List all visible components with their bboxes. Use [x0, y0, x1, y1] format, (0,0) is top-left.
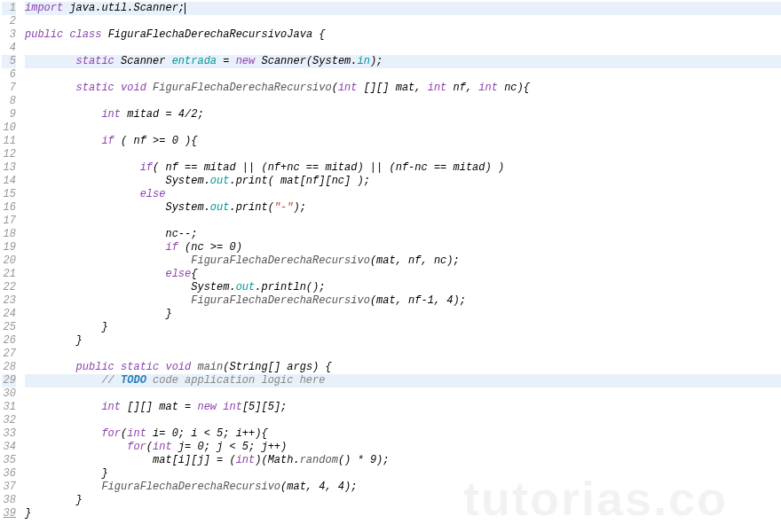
code-line[interactable]: System.out.println(); [25, 281, 781, 294]
line-number: 16 [2, 201, 16, 215]
code-line[interactable] [25, 148, 781, 161]
line-number: 8 [2, 95, 16, 108]
code-line[interactable]: nc--; [25, 228, 781, 241]
line-number-gutter: 1234567891011121314151617181920212223242… [0, 0, 21, 522]
code-token: { [191, 268, 197, 280]
code-token [25, 427, 101, 440]
code-token: .print( [229, 201, 273, 214]
code-token: } [25, 334, 83, 347]
code-line[interactable]: System.out.print( mat[nf][nc] ); [25, 175, 781, 188]
line-number: 11 [2, 135, 16, 148]
code-line[interactable]: static Scanner entrada = new Scanner(Sys… [25, 55, 781, 68]
code-token: ( nf == mitad || (nf+nc == mitad) || (nf… [153, 161, 504, 174]
code-token: () * 9); [338, 454, 390, 466]
code-line[interactable]: if( nf == mitad || (nf+nc == mitad) || (… [25, 161, 781, 175]
code-token [25, 254, 191, 267]
line-number: 20 [2, 254, 16, 268]
code-token: ); [293, 201, 305, 214]
code-line[interactable]: } [25, 321, 781, 334]
code-line[interactable]: if ( nf >= 0 ){ [25, 135, 781, 148]
line-number: 36 [2, 467, 16, 481]
code-token: "-" [274, 201, 294, 214]
code-token: in [358, 55, 370, 67]
code-token: (mat, 4, 4); [280, 481, 357, 493]
code-token: main [197, 361, 223, 373]
line-number: 28 [2, 361, 16, 374]
code-token [25, 161, 140, 174]
code-line[interactable]: for(int j= 0; j < 5; j++) [25, 441, 781, 454]
code-token: System. [25, 281, 236, 293]
code-line[interactable]: static void FiguraFlechaDerechaRecursivo… [25, 82, 781, 95]
code-line[interactable]: } [25, 467, 781, 481]
code-token: ( [332, 82, 338, 94]
code-line[interactable]: else [25, 188, 781, 201]
code-line[interactable]: int mitad = 4/2; [25, 108, 781, 121]
code-token: ( [146, 441, 153, 453]
code-token: FiguraFlechaDerechaRecursivo [191, 254, 370, 267]
code-line[interactable] [25, 348, 781, 361]
code-token: [5][5]; [242, 401, 287, 413]
code-line[interactable] [25, 215, 781, 228]
code-token: [][] mat, [358, 82, 428, 94]
code-token: } [25, 494, 83, 506]
code-token: [][] mat = [121, 401, 197, 413]
code-line[interactable]: FiguraFlechaDerechaRecursivo(mat, 4, 4); [25, 481, 781, 494]
code-line[interactable] [25, 95, 781, 108]
code-line[interactable]: if (nc >= 0) [25, 241, 781, 254]
code-token: (String[] args) { [223, 361, 331, 373]
code-line[interactable]: public class FiguraFlechaDerechaRecursiv… [25, 28, 781, 42]
code-token: for [101, 427, 121, 440]
code-line[interactable]: } [25, 308, 781, 321]
line-number: 18 [2, 228, 16, 241]
code-token: code application logic here [146, 374, 326, 387]
code-line[interactable] [25, 68, 781, 82]
code-token [114, 361, 121, 373]
code-token: } [25, 321, 108, 333]
code-line[interactable]: FiguraFlechaDerechaRecursivo(mat, nf-1, … [25, 294, 781, 308]
code-token: Scanner(System. [255, 55, 357, 67]
code-token: if [101, 135, 114, 147]
line-number: 35 [2, 454, 16, 467]
code-line[interactable] [25, 387, 781, 401]
line-number: 22 [2, 281, 16, 294]
code-token: int [428, 82, 447, 94]
code-line[interactable] [25, 15, 781, 28]
code-line[interactable]: mat[i][j] = (int)(Math.random() * 9); [25, 454, 781, 467]
line-number: 1 [2, 2, 16, 15]
code-line[interactable]: int [][] mat = new int[5][5]; [25, 401, 781, 414]
code-line[interactable]: // TODO code application logic here [25, 374, 781, 387]
line-number: 12 [2, 148, 16, 161]
code-editor[interactable]: 1234567891011121314151617181920212223242… [0, 0, 781, 522]
code-line[interactable]: import java.util.Scanner; [25, 2, 781, 15]
code-token: out [236, 281, 256, 293]
line-number: 19 [2, 241, 16, 254]
code-line[interactable] [25, 414, 781, 427]
code-line[interactable]: System.out.print("-"); [25, 201, 781, 215]
code-token: nc--; [25, 228, 197, 240]
code-token: int [338, 82, 358, 94]
code-line[interactable]: public static void main(String[] args) { [25, 361, 781, 374]
line-number: 26 [2, 334, 16, 348]
code-token: System. [25, 201, 210, 214]
code-token: j= 0; j < 5; j++) [172, 441, 288, 453]
code-token: } [25, 308, 172, 320]
code-line[interactable] [25, 42, 781, 55]
code-token: ( nf >= 0 ){ [114, 135, 198, 147]
line-number: 29 [2, 374, 16, 387]
code-line[interactable] [25, 121, 781, 135]
code-line[interactable]: FiguraFlechaDerechaRecursivo(mat, nf, nc… [25, 254, 781, 268]
line-number: 27 [2, 348, 16, 361]
code-token: static [121, 361, 159, 373]
code-token: new [236, 55, 256, 67]
code-area[interactable]: import java.util.Scanner;public class Fi… [21, 0, 781, 522]
line-number: 37 [2, 481, 16, 494]
code-line[interactable]: } [25, 494, 781, 507]
code-token: import [25, 2, 63, 14]
code-line[interactable]: else{ [25, 268, 781, 281]
code-line[interactable]: } [25, 507, 781, 520]
code-token: int [478, 82, 498, 94]
code-token: = [217, 55, 236, 67]
code-line[interactable]: } [25, 334, 781, 348]
code-line[interactable]: for(int i= 0; i < 5; i++){ [25, 427, 781, 441]
code-token: class [69, 28, 101, 41]
